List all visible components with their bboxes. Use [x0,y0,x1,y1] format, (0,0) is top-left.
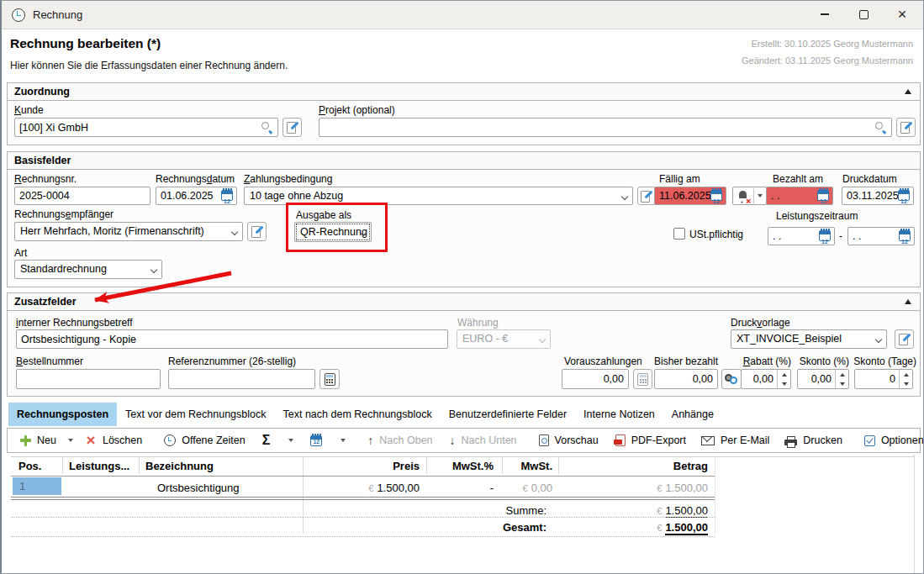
column-header-mwst[interactable]: MwSt. [502,458,558,475]
rabatt-value: 0,00 [742,370,777,388]
bezahlt-label: Bezahlt am [773,173,823,185]
druckvorlage-edit-button[interactable] [895,329,914,349]
spin-down[interactable] [778,379,790,388]
calendar-icon[interactable] [819,230,831,241]
close-button[interactable]: × [883,1,921,28]
open-times-button[interactable]: Offene Zeiten [158,430,251,450]
reminder-button[interactable] [732,187,767,205]
zahlungsbedingung-value: 10 tage ohne Abzug [250,190,343,202]
rabatt-stepper[interactable]: 0,00 [741,369,791,389]
payments-button[interactable] [721,369,742,389]
tab-interne-notizen[interactable]: Interne Notizen [575,403,663,426]
zahlungsbedingung-edit-button[interactable] [637,187,656,205]
move-up-button[interactable]: Nach Oben [362,430,438,450]
table-row-pos-cell[interactable]: 1 [13,477,61,495]
calendar-icon[interactable] [817,190,829,201]
delete-button[interactable]: Löschen [79,430,148,450]
leistung-bis-field[interactable]: . . [847,227,915,245]
waehrung-combo: EURO - € [457,329,551,349]
calendar-tool-button[interactable] [304,430,328,450]
vorauszahlungen-calc-button[interactable] [633,369,652,389]
sum-button[interactable]: Σ [256,430,277,450]
bezahlt-field[interactable]: . . [766,187,833,205]
annotation-rectangle [286,203,388,252]
skonto-tage-stepper[interactable]: 0 [854,369,913,389]
betreff-input[interactable] [16,329,448,349]
kunde-edit-button[interactable] [282,118,302,137]
druckvorlage-combo[interactable]: XT_INVOICE_Beispiel [731,329,887,349]
collapse-icon[interactable] [905,89,911,94]
table-row-mwst-prozent-cell[interactable]: - [426,480,502,497]
new-dropdown[interactable] [62,430,79,450]
section-title: Basisfelder [14,155,71,166]
chevron-down-icon [620,193,628,201]
tab-text-nach-rechnungsblock[interactable]: Text nach dem Rechnungsblock [275,403,441,426]
new-button[interactable]: Neu [14,430,62,450]
empfaenger-edit-button[interactable] [247,222,267,241]
section-zuordnung: Zuordnung Kunde Projekt (optional) [7,82,921,145]
calendar-icon[interactable] [898,190,910,201]
projekt-edit-button[interactable] [896,118,916,137]
kunde-input[interactable] [14,118,278,137]
skonto-stepper[interactable]: 0,00 [797,369,849,389]
tab-anhaenge[interactable]: Anhänge [663,403,722,426]
divider [11,536,715,537]
spin-up[interactable] [836,370,848,379]
ust-checkbox[interactable] [673,228,685,240]
empfaenger-combo[interactable]: Herr Mehrfach, Moritz (Firmenanschrift) [14,222,243,241]
table-row-bezeichnung-cell[interactable]: Ortsbesichtigung [139,480,303,497]
projekt-input[interactable] [319,118,892,137]
spin-down[interactable] [900,379,912,388]
search-icon[interactable] [261,121,273,134]
column-header-mwst-prozent[interactable]: MwSt.% [426,458,502,475]
column-header-pos[interactable]: Pos. [12,458,62,475]
modified-info: Geändert: 03.11.2025 Georg Mustermann [742,55,913,66]
table-row-preis-cell[interactable]: €1.500,00 [303,480,426,497]
sum-dropdown[interactable] [282,430,299,450]
faellig-label: Fällig am [659,173,700,185]
column-header-preis[interactable]: Preis [303,458,426,475]
calendar-icon[interactable] [899,230,911,241]
calendar-icon[interactable] [221,190,233,201]
collapse-icon[interactable] [905,299,911,304]
maximize-button[interactable] [844,1,883,28]
tab-rechnungsposten[interactable]: Rechnungsposten [8,403,117,426]
column-header-leistungsart[interactable]: Leistungs... [62,458,139,475]
spin-up[interactable] [900,370,912,379]
scrollbar-track[interactable] [914,455,915,574]
table-row-mwst-cell[interactable]: €0,00 [502,480,558,497]
move-down-button[interactable]: Nach Unten [444,430,523,450]
email-button[interactable]: Per E-Mail [695,430,775,450]
spinner-arrows [835,370,848,388]
search-icon[interactable] [874,121,887,134]
leistung-von-field[interactable]: . . [768,227,835,245]
column-header-betrag[interactable]: Betrag [558,458,715,475]
spin-up[interactable] [778,370,790,379]
calendar-tool-dropdown[interactable] [335,430,351,450]
tab-benutzerdefinierte-felder[interactable]: Benutzerdefinierte Felder [441,403,575,426]
pdf-export-button[interactable]: PDF-Export [610,430,692,450]
betrag-value: 1.500,00 [665,482,708,494]
calendar-icon[interactable] [710,190,722,201]
window-title: Rechnung [33,8,82,21]
rechnungsdatum-field[interactable]: 01.06.2025 [156,187,237,205]
rechnungsnr-input[interactable] [14,187,150,205]
spin-down[interactable] [836,379,848,388]
minimize-button[interactable] [805,1,844,28]
bestellnummer-input[interactable] [16,369,161,389]
leistung-von-value: . . [773,230,781,242]
referenznummer-generate-button[interactable] [319,369,340,389]
mwst-value: 0,00 [531,482,552,494]
vorauszahlungen-input[interactable] [562,369,629,389]
tab-text-vor-rechnungsblock[interactable]: Text vor dem Rechnungsblock [117,403,274,426]
table-row-betrag-cell[interactable]: €1.500,00 [558,480,715,497]
column-header-bezeichnung[interactable]: Bezeichnung [139,458,303,475]
divider [139,457,140,474]
print-button[interactable]: Drucken [779,430,848,450]
druckdatum-field[interactable]: 03.11.2025 [842,187,914,205]
options-button[interactable]: Optionen [858,430,924,450]
bisher-bezahlt-input[interactable] [654,369,718,389]
preview-button[interactable]: Vorschau [533,430,605,450]
faellig-field[interactable]: 11.06.2025 [654,187,726,205]
referenznummer-input[interactable] [168,369,315,389]
